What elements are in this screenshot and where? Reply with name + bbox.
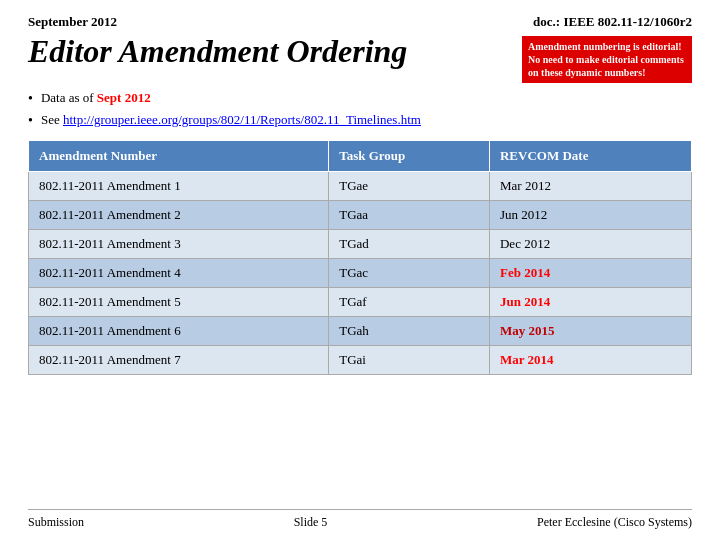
cell-taskgroup: TGah bbox=[329, 317, 490, 346]
header-right: doc.: IEEE 802.11-12/1060r2 bbox=[533, 14, 692, 30]
annotation-box: Amendment numbering is editorial! No nee… bbox=[522, 36, 692, 83]
cell-revcom: Mar 2014 bbox=[489, 346, 691, 375]
table-row: 802.11-2011 Amendment 7TGaiMar 2014 bbox=[29, 346, 692, 375]
bullet-item-2: • See http://grouper.ieee.org/groups/802… bbox=[28, 111, 692, 131]
cell-amendment: 802.11-2011 Amendment 1 bbox=[29, 172, 329, 201]
header: September 2012 doc.: IEEE 802.11-12/1060… bbox=[28, 14, 692, 30]
highlight-sept: Sept 2012 bbox=[97, 90, 151, 105]
bullet-text-1: Data as of Sept 2012 bbox=[41, 89, 151, 107]
cell-revcom: Mar 2012 bbox=[489, 172, 691, 201]
cell-revcom: Jun 2012 bbox=[489, 201, 691, 230]
cell-amendment: 802.11-2011 Amendment 3 bbox=[29, 230, 329, 259]
page-title: Editor Amendment Ordering bbox=[28, 34, 407, 69]
bullet-item-1: • Data as of Sept 2012 bbox=[28, 89, 692, 109]
cell-taskgroup: TGac bbox=[329, 259, 490, 288]
footer-right: Peter Ecclesine (Cisco Systems) bbox=[537, 515, 692, 530]
table-row: 802.11-2011 Amendment 2TGaaJun 2012 bbox=[29, 201, 692, 230]
page: September 2012 doc.: IEEE 802.11-12/1060… bbox=[0, 0, 720, 540]
timeline-link[interactable]: http://grouper.ieee.org/groups/802/11/Re… bbox=[63, 112, 421, 127]
title-area: Editor Amendment Ordering Amendment numb… bbox=[28, 34, 692, 83]
cell-amendment: 802.11-2011 Amendment 2 bbox=[29, 201, 329, 230]
table-header-row: Amendment Number Task Group REVCOM Date bbox=[29, 141, 692, 172]
cell-taskgroup: TGaf bbox=[329, 288, 490, 317]
table-row: 802.11-2011 Amendment 3TGadDec 2012 bbox=[29, 230, 692, 259]
bullet-text-2: See http://grouper.ieee.org/groups/802/1… bbox=[41, 111, 421, 129]
header-left: September 2012 bbox=[28, 14, 117, 30]
cell-revcom: Feb 2014 bbox=[489, 259, 691, 288]
cell-revcom: Jun 2014 bbox=[489, 288, 691, 317]
table-wrapper: Amendment Number Task Group REVCOM Date … bbox=[28, 140, 692, 499]
table-row: 802.11-2011 Amendment 6TGahMay 2015 bbox=[29, 317, 692, 346]
cell-amendment: 802.11-2011 Amendment 6 bbox=[29, 317, 329, 346]
table-row: 802.11-2011 Amendment 4TGacFeb 2014 bbox=[29, 259, 692, 288]
footer-center: Slide 5 bbox=[294, 515, 328, 530]
col-header-revcom: REVCOM Date bbox=[489, 141, 691, 172]
cell-revcom: Dec 2012 bbox=[489, 230, 691, 259]
cell-amendment: 802.11-2011 Amendment 7 bbox=[29, 346, 329, 375]
cell-taskgroup: TGai bbox=[329, 346, 490, 375]
cell-amendment: 802.11-2011 Amendment 5 bbox=[29, 288, 329, 317]
footer: Submission Slide 5 Peter Ecclesine (Cisc… bbox=[28, 509, 692, 530]
bullets-section: • Data as of Sept 2012 • See http://grou… bbox=[28, 89, 692, 132]
table-row: 802.11-2011 Amendment 5TGafJun 2014 bbox=[29, 288, 692, 317]
cell-revcom: May 2015 bbox=[489, 317, 691, 346]
bullet-dot-2: • bbox=[28, 111, 33, 131]
table-row: 802.11-2011 Amendment 1TGaeMar 2012 bbox=[29, 172, 692, 201]
cell-amendment: 802.11-2011 Amendment 4 bbox=[29, 259, 329, 288]
col-header-amendment: Amendment Number bbox=[29, 141, 329, 172]
cell-taskgroup: TGaa bbox=[329, 201, 490, 230]
col-header-taskgroup: Task Group bbox=[329, 141, 490, 172]
amendment-table: Amendment Number Task Group REVCOM Date … bbox=[28, 140, 692, 375]
cell-taskgroup: TGad bbox=[329, 230, 490, 259]
footer-left: Submission bbox=[28, 515, 84, 530]
cell-taskgroup: TGae bbox=[329, 172, 490, 201]
bullet-dot-1: • bbox=[28, 89, 33, 109]
